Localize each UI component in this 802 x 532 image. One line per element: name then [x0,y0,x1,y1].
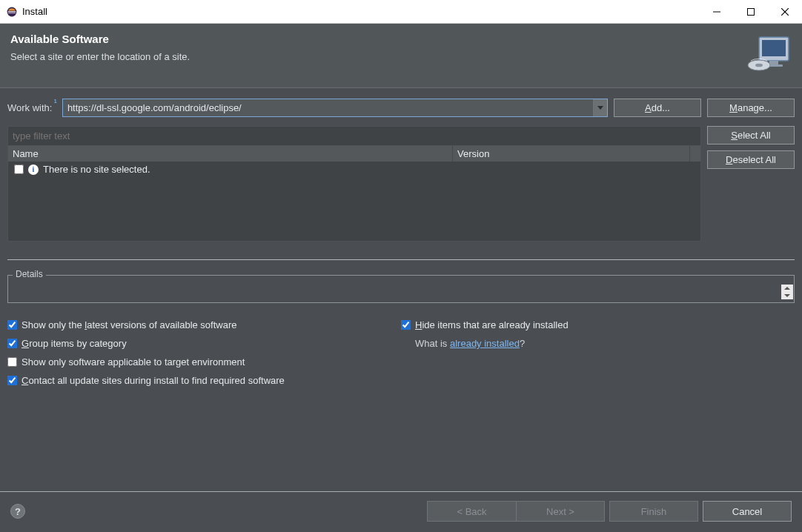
svg-rect-9 [769,61,778,64]
maximize-button[interactable] [734,0,768,23]
work-with-dropdown-button[interactable] [594,99,607,116]
options-grid: Show only the latest versions of availab… [7,319,795,386]
footer: ? < Back Next > Finish Cancel [0,491,802,532]
details-group: Details [7,275,795,303]
svg-rect-8 [762,40,786,56]
option-contact-all[interactable]: Contact all update sites during install … [7,375,795,386]
separator [7,259,795,260]
content-area: Work with:1 Add... Manage... Name Versio… [0,88,802,491]
software-tree-wrap: Name Version i There is no site selected… [7,126,701,242]
contact-all-label: Contact all update sites during install … [21,375,285,386]
target-env-label: Show only software applicable to target … [21,356,245,368]
software-area: Name Version i There is no site selected… [7,126,795,242]
contact-all-checkbox[interactable] [7,376,17,385]
already-installed-link[interactable]: already installed [450,338,520,349]
select-buttons: Select All Deselect All [707,126,795,242]
option-show-latest[interactable]: Show only the latest versions of availab… [7,319,401,330]
work-with-combo[interactable] [62,99,608,117]
svg-rect-2 [8,13,16,13]
tree-row-checkbox[interactable] [14,164,24,174]
banner-heading: Available Software [10,33,190,45]
option-group-category[interactable]: Group items by category [7,338,401,349]
filter-input[interactable] [8,127,700,146]
back-button[interactable]: < Back [427,501,516,522]
work-with-label: Work with:1 [7,102,56,113]
deselect-all-button[interactable]: Deselect All [707,150,795,169]
svg-rect-1 [8,11,16,12]
tree-row[interactable]: i There is no site selected. [8,162,700,177]
manage-button[interactable]: Manage... [707,99,795,117]
option-target-env[interactable]: Show only software applicable to target … [7,356,401,368]
titlebar: Install [0,0,802,24]
show-latest-label: Show only the latest versions of availab… [21,319,237,330]
details-legend: Details [13,269,46,279]
select-all-button[interactable]: Select All [707,126,795,144]
install-wizard-icon [747,33,792,77]
target-env-checkbox[interactable] [7,357,17,367]
hide-installed-label: Hide items that are already installed [415,319,569,330]
finish-button[interactable]: Finish [609,501,698,522]
cancel-button[interactable]: Cancel [703,501,792,522]
eclipse-app-icon [6,6,18,18]
column-version[interactable]: Version [453,146,690,162]
column-name[interactable]: Name [8,146,453,162]
svg-rect-4 [748,8,755,15]
tree-body[interactable]: i There is no site selected. [8,162,700,241]
close-button[interactable] [768,0,802,23]
tree-row-text: There is no site selected. [43,164,150,175]
details-scroll-handle[interactable] [781,285,793,299]
work-with-input[interactable] [63,99,594,116]
group-category-label: Group items by category [21,338,127,349]
banner-subheading: Select a site or enter the location of a… [10,51,190,62]
group-category-checkbox[interactable] [7,339,17,348]
minimize-button[interactable] [700,0,734,23]
help-icon[interactable]: ? [10,504,25,519]
next-button[interactable]: Next > [516,501,605,522]
window-controls [700,0,802,23]
work-with-row: Work with:1 Add... Manage... [7,99,795,117]
show-latest-checkbox[interactable] [7,320,17,330]
banner: Available Software Select a site or ente… [0,24,802,88]
already-installed-text: What is already installed? [401,338,795,349]
option-hide-installed[interactable]: Hide items that are already installed [401,319,795,330]
hide-installed-checkbox[interactable] [401,320,411,330]
svg-point-13 [755,64,763,67]
info-icon: i [28,164,39,175]
window-title: Install [22,6,700,17]
add-button[interactable]: Add... [614,99,701,117]
tree-header: Name Version [8,146,700,162]
